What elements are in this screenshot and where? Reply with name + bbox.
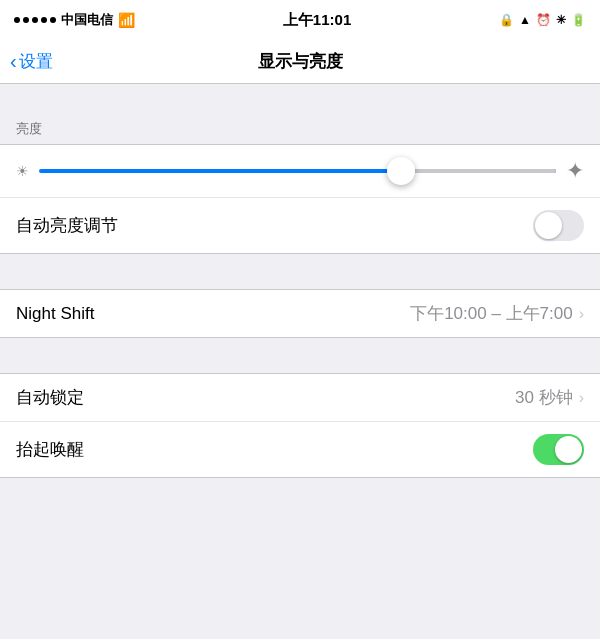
toggle-knob-2 — [555, 436, 582, 463]
auto-lock-row[interactable]: 自动锁定 30 秒钟 › — [0, 374, 600, 421]
night-shift-time: 下午10:00 – 上午7:00 — [410, 302, 573, 325]
back-label: 设置 — [19, 50, 53, 73]
brightness-slider-row: ☀ ✦ — [0, 145, 600, 197]
carrier-label: 中国电信 — [61, 11, 113, 29]
auto-lock-label: 自动锁定 — [16, 386, 84, 409]
auto-brightness-label: 自动亮度调节 — [16, 214, 118, 237]
night-shift-value: 下午10:00 – 上午7:00 › — [410, 302, 584, 325]
slider-track-fill — [39, 169, 556, 173]
page-title: 显示与亮度 — [258, 50, 343, 73]
night-shift-group: Night Shift 下午10:00 – 上午7:00 › — [0, 289, 600, 338]
chevron-right-icon: › — [579, 305, 584, 323]
status-left: 中国电信 📶 — [14, 11, 135, 29]
nav-bar: ‹ 设置 显示与亮度 — [0, 40, 600, 84]
status-time: 上午11:01 — [283, 11, 351, 30]
chevron-right-icon-2: › — [579, 389, 584, 407]
brightness-section-label: 亮度 — [0, 104, 600, 144]
lock-icon: 🔒 — [499, 13, 514, 27]
battery-icon: 🔋 — [571, 13, 586, 27]
top-spacer — [0, 84, 600, 104]
slider-track-empty — [401, 169, 556, 173]
signal-dots — [14, 17, 56, 23]
status-bar: 中国电信 📶 上午11:01 🔒 ▲ ⏰ ✳ 🔋 — [0, 0, 600, 40]
alarm-icon: ⏰ — [536, 13, 551, 27]
back-button[interactable]: ‹ 设置 — [10, 50, 53, 73]
auto-brightness-toggle[interactable] — [533, 210, 584, 241]
raise-to-wake-toggle[interactable] — [533, 434, 584, 465]
night-shift-row[interactable]: Night Shift 下午10:00 – 上午7:00 › — [0, 290, 600, 337]
middle-spacer-2 — [0, 338, 600, 373]
location-icon: ▲ — [519, 13, 531, 27]
brightness-slider[interactable] — [39, 157, 556, 185]
brightness-group: ☀ ✦ 自动亮度调节 — [0, 144, 600, 254]
auto-lock-time: 30 秒钟 — [515, 386, 573, 409]
raise-to-wake-label: 抬起唤醒 — [16, 438, 84, 461]
sun-small-icon: ☀ — [16, 163, 29, 179]
slider-thumb[interactable] — [387, 157, 415, 185]
night-shift-label: Night Shift — [16, 304, 94, 324]
middle-spacer-1 — [0, 254, 600, 289]
status-right: 🔒 ▲ ⏰ ✳ 🔋 — [499, 13, 586, 27]
sun-large-icon: ✦ — [566, 158, 584, 184]
bluetooth-icon: ✳ — [556, 13, 566, 27]
auto-lock-value: 30 秒钟 › — [515, 386, 584, 409]
auto-brightness-row: 自动亮度调节 — [0, 197, 600, 253]
toggle-knob — [535, 212, 562, 239]
raise-to-wake-row: 抬起唤醒 — [0, 421, 600, 477]
lock-wake-group: 自动锁定 30 秒钟 › 抬起唤醒 — [0, 373, 600, 478]
wifi-icon: 📶 — [118, 12, 135, 28]
chevron-left-icon: ‹ — [10, 51, 17, 71]
